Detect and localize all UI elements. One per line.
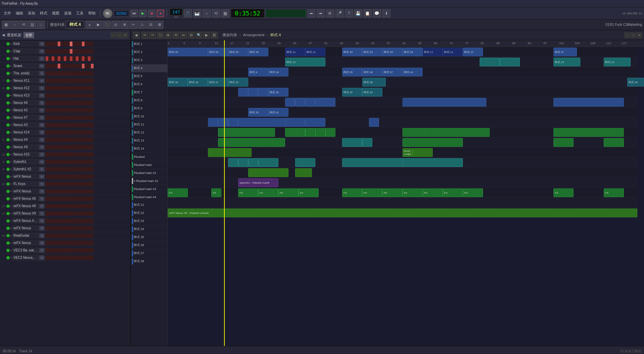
- channel-name[interactable]: Nexus #11: [12, 78, 39, 83]
- channel-row[interactable]: ▸VEC3 Ba..eat 10fx: [0, 247, 130, 254]
- channel-pad[interactable]: [76, 101, 78, 105]
- channel-pad[interactable]: [55, 56, 57, 61]
- channel-pad[interactable]: [61, 226, 63, 231]
- channel-fx-btn[interactable]: fx: [39, 152, 45, 157]
- channel-active-btn[interactable]: [6, 101, 10, 105]
- track-block[interactable]: 样式 42: [362, 88, 382, 97]
- track-block[interactable]: [295, 158, 315, 167]
- track-block[interactable]: 样式 30: [268, 68, 288, 76]
- track-block[interactable]: 样式 11: [423, 48, 443, 56]
- toolbar-icon-13[interactable]: 💬: [373, 9, 381, 17]
- channel-arrow[interactable]: ▸: [10, 72, 12, 75]
- channel-pad[interactable]: [61, 211, 63, 216]
- channel-pad[interactable]: [46, 78, 48, 83]
- channel-pad[interactable]: [58, 189, 60, 194]
- channel-name[interactable]: Clap: [12, 49, 39, 54]
- channel-pad[interactable]: [61, 255, 63, 260]
- pl-tool-3[interactable]: ⬛: [157, 32, 164, 39]
- channel-pad[interactable]: [82, 196, 85, 201]
- stop-btn[interactable]: ■: [148, 10, 155, 17]
- channel-pad[interactable]: [79, 248, 82, 253]
- channel-pad[interactable]: [91, 145, 94, 150]
- channel-pad[interactable]: [55, 78, 57, 83]
- channel-pad[interactable]: [64, 226, 66, 231]
- channel-row[interactable]: 9▸Sylenth1 #2fx: [0, 166, 130, 173]
- pattern-name[interactable]: 样式 4: [66, 21, 85, 28]
- channel-arrow[interactable]: ▸: [10, 123, 12, 126]
- track-block[interactable]: 样式 13: [285, 58, 325, 66]
- channel-active-btn[interactable]: [6, 190, 10, 193]
- channel-pad[interactable]: [61, 145, 63, 150]
- channel-pad[interactable]: [49, 115, 51, 120]
- track-block[interactable]: 样式 11: [305, 48, 325, 56]
- channel-pad[interactable]: [73, 137, 75, 142]
- track-block[interactable]: FX: [382, 188, 402, 197]
- track-block[interactable]: FX: [211, 188, 221, 197]
- channel-pad[interactable]: [49, 233, 51, 238]
- channel-name[interactable]: Nexus #7: [12, 115, 39, 120]
- channel-active-btn[interactable]: [6, 109, 10, 112]
- channel-pad[interactable]: [64, 167, 66, 172]
- rec-btn[interactable]: ●: [157, 10, 164, 17]
- channel-name[interactable]: Nexus #6: [12, 100, 39, 105]
- channel-pad[interactable]: [61, 93, 63, 98]
- pattern-list-panel[interactable]: 样式 1样式 2样式 3样式 4样式 5样式 6样式 7样式 8样式 9样式 1…: [131, 40, 168, 346]
- channel-pad[interactable]: [82, 145, 85, 150]
- channel-pad[interactable]: [88, 189, 91, 194]
- channel-pad[interactable]: [52, 101, 54, 105]
- channel-pad[interactable]: [82, 255, 85, 260]
- channel-pad[interactable]: [79, 174, 82, 179]
- track-block[interactable]: FX: [258, 188, 278, 197]
- track-block[interactable]: Sylenth1 - FilterEtl Cutoff: [238, 178, 278, 187]
- channel-pad[interactable]: [85, 226, 88, 231]
- track-block[interactable]: FX: [604, 188, 624, 197]
- channel-pad[interactable]: [76, 130, 78, 135]
- channel-active-btn[interactable]: [6, 50, 10, 53]
- channel-pad[interactable]: [64, 204, 66, 209]
- track-block[interactable]: [362, 138, 372, 147]
- lanes-scroll[interactable]: 样式 26样式 26样式 26样式 28样式 11样式 11样式 33样式 33…: [168, 47, 644, 346]
- channel-pad[interactable]: [85, 123, 88, 127]
- channel-pad[interactable]: [88, 174, 91, 179]
- track-block[interactable]: 样式 33: [342, 48, 362, 56]
- channel-arrow[interactable]: ▸: [10, 241, 12, 244]
- toolbar-icon-6[interactable]: ⬅: [307, 9, 315, 17]
- channel-row[interactable]: ▸Clapfx: [0, 48, 130, 55]
- channel-pad[interactable]: [46, 64, 48, 68]
- track-block[interactable]: 样式 12: [463, 48, 483, 56]
- channel-arrow[interactable]: ▸: [10, 131, 12, 134]
- track-block[interactable]: 样式 33: [382, 48, 402, 56]
- channel-active-btn[interactable]: [6, 116, 10, 119]
- channel-pad[interactable]: [85, 233, 88, 238]
- track-block[interactable]: 样式 21: [208, 78, 228, 86]
- channel-pad[interactable]: [61, 86, 63, 91]
- channel-name[interactable]: Nexus #3: [12, 122, 39, 127]
- pattern-list-item[interactable]: 样式 23: [131, 217, 167, 225]
- channel-pad[interactable]: [49, 145, 51, 150]
- pc-btn-4[interactable]: ◎: [112, 21, 120, 29]
- channel-pad[interactable]: [61, 241, 63, 245]
- channel-pad[interactable]: [79, 167, 82, 172]
- channel-pad[interactable]: [52, 248, 54, 253]
- channel-pad[interactable]: [61, 160, 63, 164]
- channel-pad[interactable]: [82, 130, 85, 135]
- channel-pad[interactable]: [73, 167, 75, 172]
- channel-pad[interactable]: [70, 130, 72, 135]
- track-block[interactable]: 样式 36: [362, 68, 382, 76]
- channel-pad[interactable]: [91, 101, 94, 105]
- channel-pad[interactable]: [46, 189, 48, 194]
- channel-pad[interactable]: [91, 49, 94, 54]
- channel-pad[interactable]: [49, 160, 51, 164]
- channel-arrow[interactable]: ▸: [10, 256, 12, 259]
- pattern-list-item[interactable]: 样式 21: [131, 201, 167, 209]
- pattern-list-item[interactable]: 样式 1: [131, 40, 167, 48]
- channel-name[interactable]: reFX Nexus: [12, 226, 39, 231]
- channel-pad[interactable]: [58, 233, 60, 238]
- channel-pad[interactable]: [55, 211, 57, 216]
- channel-fx-btn[interactable]: fx: [39, 255, 45, 260]
- track-block[interactable]: [402, 98, 486, 107]
- channel-pad[interactable]: [70, 137, 72, 142]
- channel-row[interactable]: 10▸FL Keysfx: [0, 180, 130, 188]
- pattern-list-item[interactable]: Plucked: [131, 153, 167, 161]
- channel-pad[interactable]: [46, 101, 48, 105]
